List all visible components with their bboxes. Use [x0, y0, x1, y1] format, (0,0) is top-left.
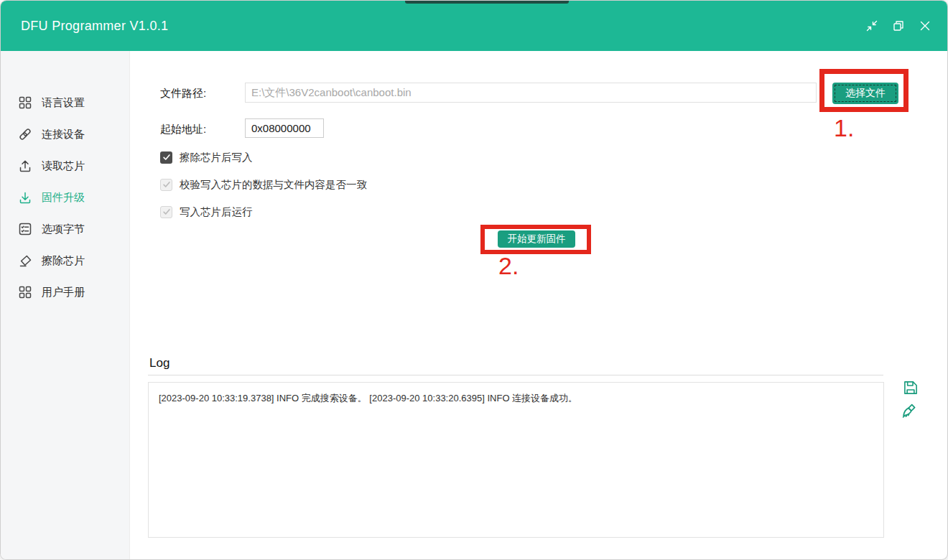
checkbox-verify-data: 校验写入芯片的数据与文件内容是否一致 [160, 177, 367, 192]
maximize-button[interactable] [889, 17, 908, 35]
sidebar-item-label: 连接设备 [42, 128, 85, 141]
save-log-button[interactable] [900, 377, 921, 398]
log-output[interactable]: [2023-09-20 10:33:19.3738] INFO 完成搜索设备。 … [148, 382, 884, 538]
sidebar-item-label: 读取芯片 [42, 159, 85, 173]
checkbox-label: 写入芯片后运行 [180, 205, 253, 219]
close-icon [919, 19, 931, 32]
sidebar-item-label: 擦除芯片 [42, 254, 85, 268]
checkbox-checked-disabled-icon [160, 179, 172, 191]
sidebar-item-option-bytes[interactable]: 选项字节 [1, 213, 129, 245]
sidebar-item-label: 固件升级 [42, 191, 85, 205]
sidebar-item-label: 选项字节 [42, 223, 85, 236]
sidebar-item-label: 用户手册 [42, 286, 85, 299]
window-controls [863, 1, 934, 51]
screen-notch [405, 1, 569, 4]
clear-log-button[interactable] [898, 401, 920, 423]
checkbox-run-after-write: 写入芯片后运行 [160, 205, 253, 219]
app-window: DFU Programmer V1.0.1 [0, 0, 948, 560]
checkbox-label: 校验写入芯片的数据与文件内容是否一致 [180, 178, 367, 192]
sidebar-item-user-manual[interactable]: 用户手册 [1, 276, 129, 308]
annotation-step-1: 1. [834, 114, 854, 142]
sidebar-item-firmware-upgrade[interactable]: 固件升级 [1, 182, 129, 213]
maximize-icon [892, 19, 905, 32]
close-button[interactable] [916, 17, 934, 35]
sidebar-item-language-settings[interactable]: 语言设置 [1, 87, 129, 118]
checklist-icon [18, 222, 32, 236]
checkbox-checked-disabled-icon [160, 206, 172, 218]
start-firmware-update-button[interactable]: 开始更新固件 [498, 230, 575, 248]
grid-icon [18, 285, 32, 299]
file-path-input[interactable] [245, 83, 817, 103]
download-icon [18, 190, 32, 205]
titlebar: DFU Programmer V1.0.1 [1, 1, 947, 51]
sidebar: 语言设置 连接设备 读取芯片 固件升级 [1, 51, 130, 559]
annotation-step-2: 2. [498, 252, 519, 280]
upload-icon [18, 159, 32, 173]
start-address-input[interactable] [245, 118, 324, 138]
collapse-button[interactable] [863, 17, 881, 35]
start-address-label: 起始地址: [160, 123, 206, 136]
checkbox-erase-before-write[interactable]: 擦除芯片后写入 [160, 150, 253, 164]
choose-file-button[interactable]: 选择文件 [832, 83, 898, 104]
grid-icon [18, 95, 32, 110]
link-icon [18, 127, 32, 141]
sidebar-item-erase-chip[interactable]: 擦除芯片 [1, 245, 129, 276]
eraser-icon [18, 253, 32, 268]
window-title: DFU Programmer V1.0.1 [21, 1, 168, 51]
collapse-icon [865, 19, 878, 32]
clear-log-icon [899, 402, 919, 422]
file-path-label: 文件路径: [160, 87, 206, 101]
sidebar-item-label: 语言设置 [42, 96, 85, 110]
log-heading: Log [149, 356, 169, 370]
checkbox-label: 擦除芯片后写入 [180, 151, 253, 164]
log-divider [148, 375, 883, 375]
checkbox-checked-icon [160, 151, 172, 164]
sidebar-item-read-chip[interactable]: 读取芯片 [1, 150, 129, 182]
log-text: [2023-09-20 10:33:19.3738] INFO 完成搜索设备。 … [159, 393, 577, 403]
sidebar-item-connect-device[interactable]: 连接设备 [1, 118, 129, 150]
save-log-icon [901, 378, 920, 397]
